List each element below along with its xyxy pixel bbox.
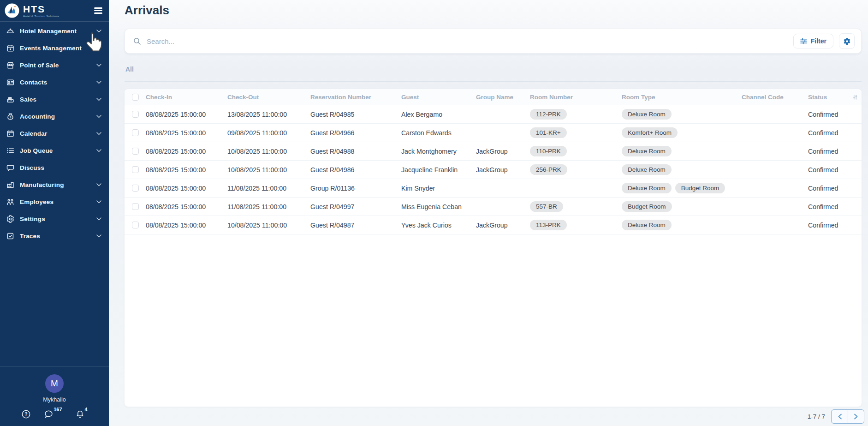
contact-card-icon xyxy=(6,78,14,87)
tab-all[interactable]: All xyxy=(125,66,135,73)
search-input[interactable] xyxy=(147,37,793,45)
cell-room-type: Deluxe Room xyxy=(622,220,742,230)
sidebar-item-employees[interactable]: Employees xyxy=(0,193,109,210)
chevron-down-icon xyxy=(96,64,101,67)
column-header-reservation-number[interactable]: Reservation Number xyxy=(310,94,401,101)
table-row[interactable]: 08/08/2025 15:00:0011/08/2025 11:00:00Gr… xyxy=(125,179,862,198)
column-header-group-name[interactable]: Group Name xyxy=(476,94,530,101)
gear-icon xyxy=(6,215,14,223)
sidebar-item-discuss[interactable]: Discuss xyxy=(0,159,109,176)
chevron-down-icon xyxy=(96,30,101,33)
cell-reservation-number: Guest R/04987 xyxy=(310,222,401,229)
row-checkbox[interactable] xyxy=(132,203,139,210)
column-header-status[interactable]: Status xyxy=(808,94,852,101)
chat-icon xyxy=(6,164,14,172)
sidebar-item-label: Contacts xyxy=(20,79,47,86)
sidebar-item-label: Point of Sale xyxy=(20,62,59,69)
cell-check-out: 13/08/2025 11:00:00 xyxy=(227,111,310,118)
filter-button[interactable]: Filter xyxy=(793,34,833,48)
sidebar-item-job-queue[interactable]: Job Queue xyxy=(0,142,109,159)
cell-reservation-number: Guest R/04985 xyxy=(310,111,401,118)
row-checkbox[interactable] xyxy=(132,166,139,173)
list-icon xyxy=(6,147,14,155)
chevron-down-icon xyxy=(96,81,101,84)
chevron-down-icon xyxy=(96,217,101,221)
table-row[interactable]: 08/08/2025 15:00:0009/08/2025 11:00:00Gu… xyxy=(125,124,862,142)
app-window: HTS Hotel & Tourism Solutions Hotel Mana… xyxy=(0,0,868,426)
column-settings-icon[interactable] xyxy=(852,94,862,101)
sidebar-item-settings[interactable]: Settings xyxy=(0,210,109,228)
pagination-range: 1-7 / 7 xyxy=(808,413,825,420)
notifications-count: 4 xyxy=(85,407,88,415)
table-row[interactable]: 08/08/2025 15:00:0010/08/2025 11:00:00Gu… xyxy=(125,142,862,161)
settings-gear-button[interactable] xyxy=(839,33,855,49)
column-header-check-in[interactable]: Check-In xyxy=(146,94,227,101)
help-icon[interactable]: ? xyxy=(22,410,30,419)
arrivals-table: Check-In Check-Out Reservation Number Gu… xyxy=(125,89,862,407)
room-type-chip: Budget Room xyxy=(675,183,725,193)
table-row[interactable]: 08/08/2025 15:00:0010/08/2025 11:00:00Gu… xyxy=(125,161,862,179)
cell-room-number: 113-PRK xyxy=(530,220,622,230)
table-row[interactable]: 08/08/2025 15:00:0011/08/2025 11:00:00Gu… xyxy=(125,198,862,216)
row-checkbox[interactable] xyxy=(132,222,139,228)
sidebar-item-calendar[interactable]: Calendar xyxy=(0,125,109,142)
row-checkbox[interactable] xyxy=(132,148,139,155)
column-header-check-out[interactable]: Check-Out xyxy=(227,94,310,101)
table-row[interactable]: 08/08/2025 15:00:0013/08/2025 11:00:00Gu… xyxy=(125,105,862,124)
sidebar-item-events-management[interactable]: Events Management xyxy=(0,40,109,57)
chevron-left-icon xyxy=(838,414,842,420)
sidebar-item-label: Job Queue xyxy=(20,147,53,154)
sidebar-item-contacts[interactable]: Contacts xyxy=(0,74,109,91)
chevron-down-icon xyxy=(96,98,101,101)
filter-button-label: Filter xyxy=(811,37,826,45)
column-header-room-type[interactable]: Room Type xyxy=(622,94,742,101)
sidebar-nav: Hotel ManagementEvents ManagementPoint o… xyxy=(0,23,109,245)
chevron-right-icon xyxy=(854,414,858,420)
cell-guest: Carston Edwards xyxy=(401,129,476,137)
cell-group-name: JackGroup xyxy=(476,222,530,229)
cell-check-out: 10/08/2025 11:00:00 xyxy=(227,222,310,229)
sidebar-item-manufacturing[interactable]: Manufacturing xyxy=(0,176,109,193)
table-row[interactable]: 08/08/2025 15:00:0010/08/2025 11:00:00Gu… xyxy=(125,216,862,234)
row-checkbox[interactable] xyxy=(132,129,139,136)
hamburger-menu-icon[interactable] xyxy=(93,6,103,15)
notifications-bell-icon[interactable]: 4 xyxy=(76,410,87,419)
sidebar-item-label: Accounting xyxy=(20,113,55,120)
room-number-chip: 256-PRK xyxy=(530,164,567,175)
avatar[interactable]: M xyxy=(45,374,64,393)
sidebar-item-accounting[interactable]: $Accounting xyxy=(0,108,109,125)
pagination-next-button[interactable] xyxy=(848,409,864,424)
column-header-channel-code[interactable]: Channel Code xyxy=(742,94,808,101)
cell-guest: Jack Montghomery xyxy=(401,148,476,155)
cell-status: Confirmed xyxy=(808,129,852,137)
cell-check-in: 08/08/2025 15:00:00 xyxy=(146,111,227,118)
sidebar-item-label: Calendar xyxy=(20,130,47,137)
cell-room-number: 112-PRK xyxy=(530,109,622,120)
select-all-checkbox[interactable] xyxy=(132,94,139,101)
cell-status: Confirmed xyxy=(808,111,852,118)
sidebar-item-label: Manufacturing xyxy=(20,181,64,188)
sidebar-item-traces[interactable]: Traces xyxy=(0,228,109,245)
cell-room-type: Deluxe RoomBudget Room xyxy=(622,183,742,193)
sidebar-item-point-of-sale[interactable]: Point of Sale xyxy=(0,57,109,74)
row-checkbox[interactable] xyxy=(132,111,139,118)
cell-guest: Jacqueline Franklin xyxy=(401,166,476,174)
room-number-chip: 557-BR xyxy=(530,201,563,212)
checkbox-icon xyxy=(6,232,14,240)
cell-status: Confirmed xyxy=(808,148,852,155)
cell-room-number: 557-BR xyxy=(530,201,622,212)
pagination-prev-button[interactable] xyxy=(831,409,848,424)
table-body: 08/08/2025 15:00:0013/08/2025 11:00:00Gu… xyxy=(125,105,862,234)
sidebar-footer: M Mykhailo ? 167 4 xyxy=(0,366,109,426)
chevron-down-icon xyxy=(96,183,101,186)
column-header-guest[interactable]: Guest xyxy=(401,94,476,101)
cell-check-in: 08/08/2025 15:00:00 xyxy=(146,222,227,229)
column-header-room-number[interactable]: Room Number xyxy=(530,94,622,101)
row-checkbox[interactable] xyxy=(132,185,139,192)
sidebar-item-hotel-management[interactable]: Hotel Management xyxy=(0,23,109,40)
chevron-down-icon xyxy=(96,149,101,152)
cash-register-icon xyxy=(6,96,14,104)
table-header-row: Check-In Check-Out Reservation Number Gu… xyxy=(125,89,862,105)
messages-icon[interactable]: 167 xyxy=(44,410,61,419)
sidebar-item-sales[interactable]: Sales xyxy=(0,91,109,108)
